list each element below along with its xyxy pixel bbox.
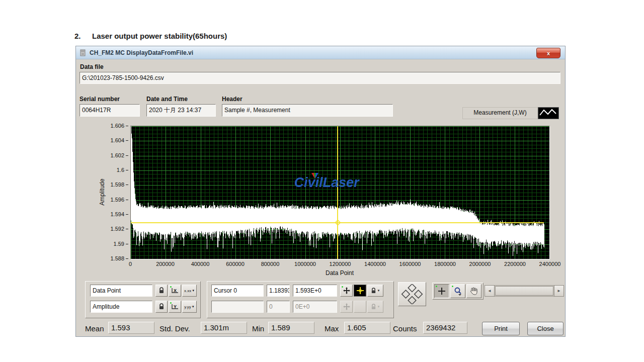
window-title: CH_FM2 MC DisplayDataFromFile.vi [90,49,193,56]
svg-text:Y: Y [174,304,177,309]
legend-line-style-icon[interactable] [538,107,559,119]
x-axis-title: Data Point [130,269,549,277]
client-area: Data file G:\201023-785-1500-9426.csv Se… [76,59,565,336]
close-button[interactable]: Close [527,322,564,335]
x-tick-label: 400000 [191,261,210,267]
y-format-label: y.yy [184,305,191,309]
mean-value: 1.593 [108,322,154,334]
page-title: 2. Laser output power stability(65hours) [74,32,227,40]
max-value: 1.605 [344,322,390,334]
datetime-field[interactable]: 2020 十月 23 14:37 [146,104,216,117]
title-bar: CH_FM2 MC DisplayDataFromFile.vi x [76,46,565,59]
axis-controls-panel: Data Point X x.xx▼ Amplitude Y y.yy▼ [85,281,201,318]
min-value: 1.589 [268,322,314,334]
x-tick-label: 0 [129,261,132,267]
cursor1-x-field: 0 [267,301,290,313]
std-dev-label: Std. Dev. [159,324,190,333]
min-label: Min [252,324,264,333]
graph-tool-palette [432,283,484,300]
heading-number: 2. [74,32,92,40]
x-tick-label: 2400000 [539,261,561,267]
counts-value: 2369432 [423,322,467,334]
x-tick-label: 1800000 [434,261,456,267]
y-tick-label: 1.596 [110,197,128,203]
cursor1-y-field: 0E+0 [293,301,337,313]
x-tick-label: 2200000 [504,261,526,267]
x-format-button[interactable]: x.xx▼ [182,285,197,297]
window-close-button[interactable]: x [536,48,560,58]
print-button[interactable]: Print [482,322,520,335]
header-field[interactable]: Sample #, Measurement [222,104,393,117]
cursor-tool-button[interactable] [434,284,449,298]
heading-text: Laser output power stability(65hours) [92,32,227,40]
mean-label: Mean [85,324,104,333]
cursor0-name-field[interactable]: Cursor 0 [211,285,264,297]
waveform-canvas[interactable] [131,126,549,259]
y-tick-label: 1.602 [110,152,128,158]
x-autoscale-button[interactable]: X [169,285,181,297]
pan-hand-tool-button[interactable] [466,284,481,298]
svg-text:X: X [174,288,177,293]
cursor1-style-button [354,301,366,313]
cursor1-lock-button: ▼ [367,301,383,313]
cursor0-x-field[interactable]: 1.18393 [267,285,290,297]
y-tick-label: 1.604 [110,137,128,143]
counts-label: Counts [393,324,417,333]
graph-pan-diamond-button[interactable] [398,282,426,306]
datetime-label: Date and Time [146,96,188,103]
x-tick-label: 600000 [226,261,245,267]
scrollbar-left-arrow[interactable]: ◄ [485,285,495,297]
cursor0-style-button[interactable] [354,285,366,297]
cursor0-lock-button[interactable]: ▼ [367,285,383,297]
x-axis-name-field[interactable]: Data Point [90,285,152,297]
header-label: Header [222,96,243,103]
std-dev-value: 1.301m [201,322,247,334]
x-tick-label: 200000 [156,261,175,267]
right-arrow-icon: ► [557,289,561,293]
cursor0-move-button[interactable] [340,285,353,297]
x-tick-label: 1000000 [294,261,316,267]
vi-window: CH_FM2 MC DisplayDataFromFile.vi x Data … [75,46,566,337]
cursor1-move-button [340,301,353,313]
left-arrow-icon: ◄ [488,289,492,293]
y-tick-label: 1.598 [110,182,128,188]
y-scale-lock-button[interactable] [155,301,168,313]
y-format-button[interactable]: y.yy▼ [182,301,197,313]
scrollbar-right-arrow[interactable]: ► [554,285,564,297]
serial-number-field[interactable]: 0064H17R [79,104,140,117]
y-tick-label: 1.6 [117,167,128,173]
y-axis-tick-labels: 1.6061.6041.6021.61.5981.5961.5941.5921.… [104,126,128,258]
x-format-label: x.xx [184,289,191,293]
x-axis-tick-labels: 0200000400000600000800000100000012000001… [130,261,550,268]
x-tick-label: 1200000 [330,261,351,267]
x-tick-label: 2000000 [469,261,491,267]
cursor0-y-field[interactable]: 1.593E+0 [293,285,337,297]
data-file-label: Data file [80,63,104,70]
plot-area[interactable]: CivilLaser [130,126,550,259]
close-x-icon: x [547,50,550,56]
x-scale-lock-button[interactable] [155,285,168,297]
max-label: Max [325,324,339,333]
cursor1-name-field [211,301,264,313]
x-tick-label: 1400000 [364,261,386,267]
y-autoscale-button[interactable]: Y [169,301,181,313]
zoom-tool-button[interactable] [450,284,465,298]
vi-file-icon [79,49,87,56]
y-tick-label: 1.606 [110,123,128,129]
cursor-controls-panel: Cursor 0 1.18393 1.593E+0 ▼ 0 0E+0 [207,281,394,318]
x-tick-label: 800000 [261,261,280,267]
legend-item-measurement[interactable]: Measurement (J,W) [462,107,538,119]
y-axis-name-field[interactable]: Amplitude [90,301,152,313]
y-tick-label: 1.594 [110,211,128,217]
x-tick-label: 1600000 [399,261,421,267]
scrollbar-thumb[interactable] [495,286,553,296]
y-tick-label: 1.588 [110,255,128,261]
y-tick-label: 1.59 [114,241,128,247]
serial-number-label: Serial number [79,96,120,103]
y-tick-label: 1.592 [110,226,128,232]
data-file-path-field[interactable]: G:\201023-785-1500-9426.csv [79,72,560,84]
